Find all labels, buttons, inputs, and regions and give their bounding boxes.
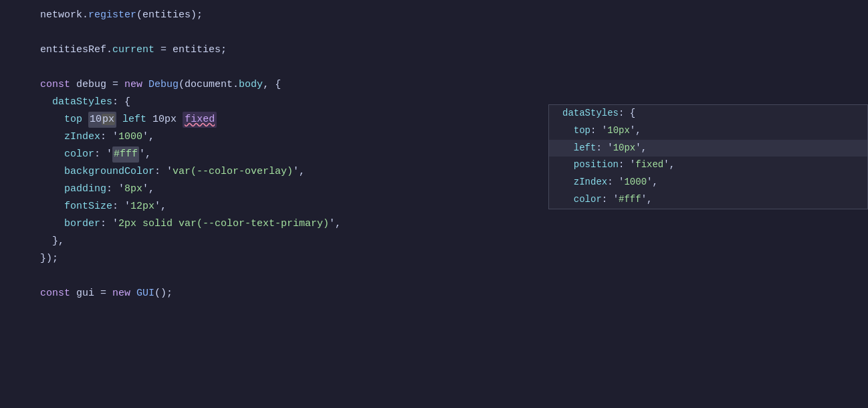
ac-token: ', [630, 123, 641, 139]
ac-token: : ' [602, 192, 619, 208]
ac-token [562, 140, 574, 157]
token: ( [136, 7, 142, 23]
ac-token: ', [647, 175, 658, 191]
code-line: }); [0, 250, 868, 268]
token: zIndex [64, 129, 100, 145]
ac-token: dataStyles [562, 106, 619, 122]
token [130, 286, 136, 302]
ac-token: top [574, 123, 590, 139]
ac-token: ', [663, 157, 675, 173]
code-editor[interactable]: network.register(entities); entitiesRef.… [0, 0, 868, 408]
token: debug [70, 77, 112, 93]
token [40, 181, 64, 197]
token: ', [142, 181, 154, 197]
token: = [154, 42, 173, 58]
token: gui [70, 286, 100, 302]
code-line: entitiesRef.current = entities; [0, 41, 868, 59]
token [116, 112, 122, 128]
token: }, [40, 233, 64, 249]
token: padding [64, 181, 106, 197]
code-line: const debug = new Debug(document.body, { [0, 76, 868, 94]
token: }); [40, 251, 58, 267]
token: 2px solid var(--color-text-primary) [118, 216, 329, 232]
ac-token: ', [635, 140, 647, 157]
ac-token: : ' [607, 175, 624, 191]
token: ', [329, 216, 341, 232]
ac-token: color [574, 192, 602, 208]
code-line: network.register(entities); [0, 7, 868, 24]
token: GUI [136, 286, 154, 302]
token: entitiesRef [40, 42, 106, 58]
token: border [64, 216, 100, 232]
ac-token: 10px [613, 140, 636, 157]
token: const [40, 77, 70, 93]
token: ', [154, 199, 167, 215]
token: new [124, 77, 142, 93]
autocomplete-item[interactable]: color: '#fff', [549, 191, 867, 209]
token: : ' [112, 199, 130, 215]
token: dataStyles [52, 94, 112, 110]
ac-token: : ' [590, 123, 607, 139]
token: : ' [100, 216, 118, 232]
code-line-empty [0, 268, 868, 285]
ac-token [562, 123, 574, 139]
autocomplete-item[interactable]: zIndex: '1000', [549, 174, 867, 191]
autocomplete-item-selected[interactable]: left: '10px', [549, 140, 867, 157]
token: entities [142, 7, 191, 23]
ac-token: left [574, 140, 596, 157]
token-fff: #fff [112, 146, 139, 163]
autocomplete-item[interactable]: top: '10px', [549, 122, 867, 140]
code-line: }, [0, 233, 868, 250]
token: ; [221, 42, 227, 58]
token [82, 112, 88, 128]
token: : ' [100, 129, 118, 145]
token [40, 129, 64, 145]
token: color [64, 146, 94, 163]
token: left [122, 112, 146, 128]
token: , { [263, 77, 281, 93]
code-line: border: '2px solid var(--color-text-prim… [0, 215, 868, 233]
token: (document. [179, 77, 239, 93]
ac-token: #fff [619, 192, 641, 208]
autocomplete-panel[interactable]: dataStyles: { top: '10px', left: '10px',… [548, 104, 868, 209]
token: = [100, 286, 112, 302]
token: 8px [124, 181, 142, 197]
token: entities [173, 42, 221, 58]
ac-token: : { [619, 106, 635, 122]
token: ', [142, 129, 154, 145]
token: . [106, 42, 112, 58]
token [142, 77, 148, 93]
token: (); [154, 286, 173, 302]
autocomplete-item[interactable]: dataStyles: { [549, 105, 867, 122]
token: : ' [106, 181, 124, 197]
ac-token [562, 175, 574, 191]
ac-token: fixed [635, 157, 663, 173]
token: backgroundColor [64, 164, 154, 180]
token [40, 94, 52, 110]
ac-token [562, 157, 574, 173]
token: ', [139, 146, 151, 163]
token: current [112, 42, 154, 58]
token: network [40, 7, 82, 23]
token: 12px [130, 199, 154, 215]
ac-token: zIndex [574, 175, 607, 191]
token: top [64, 112, 82, 128]
token: : { [112, 94, 130, 110]
token: register [88, 7, 136, 23]
ac-token: 10px [607, 123, 630, 139]
token: 10px [146, 112, 183, 128]
token: Debug [148, 77, 179, 93]
token: const [40, 286, 70, 302]
token: : ' [94, 146, 112, 163]
token: = [112, 77, 124, 93]
autocomplete-item[interactable]: position: 'fixed', [549, 157, 867, 174]
token [40, 112, 64, 128]
token [40, 164, 64, 180]
token: 1000 [118, 129, 142, 145]
ac-token: position [574, 157, 619, 173]
ac-token [562, 192, 574, 208]
code-line-empty [0, 59, 868, 76]
ac-token: : ' [619, 157, 635, 173]
ac-token: 1000 [624, 175, 647, 191]
token: : ' [154, 164, 173, 180]
